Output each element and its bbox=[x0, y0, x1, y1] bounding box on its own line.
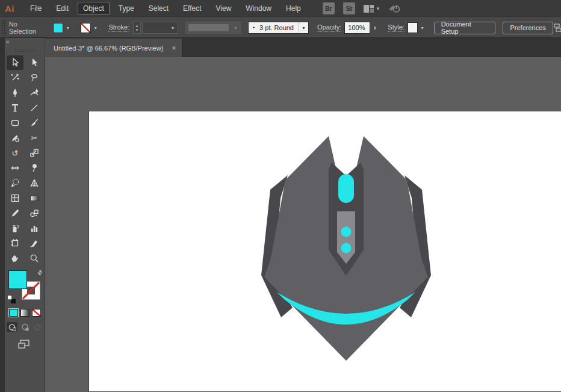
gaming-mouse-artwork[interactable] bbox=[89, 111, 561, 391]
preferences-button[interactable]: Preferences bbox=[503, 22, 553, 34]
symbol-sprayer-tool[interactable] bbox=[7, 221, 23, 235]
chevron-down-icon[interactable]: ▾ bbox=[299, 22, 308, 33]
paintbrush-tool[interactable] bbox=[26, 116, 43, 130]
artboard[interactable] bbox=[89, 111, 561, 391]
menu-object[interactable]: Object bbox=[78, 2, 110, 15]
stroke-dropdown-button[interactable]: ▾ bbox=[91, 23, 100, 33]
mouse-dpi-dot-2[interactable] bbox=[341, 243, 352, 254]
opacity-field[interactable]: 100% bbox=[344, 22, 370, 34]
color-button[interactable] bbox=[9, 309, 18, 317]
selection-arrow-icon bbox=[10, 58, 20, 67]
zoom-tool[interactable] bbox=[26, 251, 43, 266]
shape-builder-tool[interactable] bbox=[7, 176, 23, 190]
type-tool[interactable] bbox=[7, 101, 23, 115]
menu-select[interactable]: Select bbox=[143, 2, 174, 15]
perspective-grid-tool[interactable] bbox=[26, 176, 43, 190]
bridge-icon[interactable]: Br bbox=[323, 2, 335, 14]
blend-tool[interactable] bbox=[26, 206, 43, 220]
fill-dropdown-button[interactable]: ▾ bbox=[63, 23, 72, 33]
rotate-tool[interactable]: ↺ bbox=[7, 146, 23, 160]
magic-wand-tool[interactable] bbox=[7, 70, 23, 85]
stroke-weight-label[interactable]: Stroke: bbox=[108, 23, 129, 32]
fill-color-control[interactable]: ▾ bbox=[53, 23, 72, 33]
document-setup-button[interactable]: Document Setup bbox=[434, 22, 496, 34]
panel-grip-icon[interactable] bbox=[1, 20, 5, 36]
power-performance-icon[interactable] bbox=[388, 4, 401, 13]
close-icon[interactable]: × bbox=[172, 44, 176, 52]
menu-type[interactable]: Type bbox=[113, 2, 140, 15]
menu-file[interactable]: File bbox=[25, 2, 47, 15]
fill-swatch[interactable] bbox=[53, 23, 63, 33]
selection-tool[interactable] bbox=[7, 55, 23, 70]
eyedropper-tool[interactable] bbox=[7, 206, 23, 220]
pen-tool[interactable] bbox=[7, 86, 23, 100]
width-tool[interactable] bbox=[7, 161, 23, 175]
style-dropdown-button[interactable]: ▾ bbox=[418, 23, 426, 33]
shape-builder-icon bbox=[10, 178, 20, 188]
stroke-swatch-none[interactable] bbox=[81, 23, 91, 33]
variable-width-profile-dropdown[interactable]: • 3 pt. Round ▾ bbox=[248, 22, 309, 34]
draw-normal-button[interactable] bbox=[7, 322, 17, 332]
pencil-icon bbox=[10, 133, 20, 143]
menu-edit[interactable]: Edit bbox=[51, 2, 74, 15]
stepper-down-icon[interactable]: ▾ bbox=[136, 28, 138, 32]
mouse-scroll-wheel[interactable] bbox=[338, 174, 354, 203]
bar-chart-icon bbox=[29, 223, 39, 233]
draw-behind-icon bbox=[21, 323, 29, 331]
menu-help[interactable]: Help bbox=[280, 2, 306, 15]
opacity-expand-button[interactable]: › bbox=[370, 22, 379, 34]
gradient-button[interactable] bbox=[20, 309, 29, 317]
mesh-tool[interactable] bbox=[7, 191, 23, 205]
swap-fill-stroke-icon[interactable]: ⇄ bbox=[36, 269, 44, 277]
draw-inside-button[interactable] bbox=[32, 322, 43, 332]
stroke-weight-stepper[interactable]: ▴ ▾ bbox=[133, 22, 141, 34]
hand-tool[interactable] bbox=[7, 251, 23, 266]
menu-effect[interactable]: Effect bbox=[178, 2, 206, 15]
column-graph-tool[interactable] bbox=[26, 221, 43, 235]
direct-selection-tool[interactable] bbox=[26, 55, 43, 70]
document-tab[interactable]: Untitled-3* @ 66.67% (RGB/Preview) × bbox=[45, 39, 182, 57]
knife-icon bbox=[29, 238, 39, 248]
scissors-tool[interactable]: ✂ bbox=[26, 131, 43, 145]
align-panel-cropped-icon[interactable] bbox=[553, 22, 561, 34]
none-button[interactable] bbox=[32, 309, 41, 317]
stock-icon[interactable]: St bbox=[343, 2, 355, 14]
workspace-switcher[interactable]: ▾ bbox=[364, 5, 380, 13]
curvature-tool[interactable] bbox=[26, 86, 43, 100]
canvas-pasteboard[interactable] bbox=[45, 57, 561, 392]
style-swatch[interactable] bbox=[408, 22, 418, 33]
slice-tool[interactable] bbox=[26, 236, 43, 250]
style-label[interactable]: Style: bbox=[388, 23, 404, 32]
line-segment-tool[interactable] bbox=[26, 101, 43, 115]
menu-window[interactable]: Window bbox=[240, 2, 277, 15]
menu-bar: Ai File Edit Object Type Select Effect V… bbox=[0, 0, 561, 17]
gradient-tool[interactable] bbox=[26, 191, 43, 205]
line-icon bbox=[29, 103, 39, 113]
panel-grip-icon[interactable] bbox=[14, 49, 35, 52]
magic-wand-icon bbox=[10, 73, 20, 82]
puppet-warp-tool[interactable] bbox=[26, 161, 43, 175]
change-screen-mode-icon[interactable] bbox=[18, 339, 31, 349]
collapse-panel-icon[interactable]: « bbox=[6, 39, 10, 45]
scale-tool[interactable] bbox=[26, 146, 43, 160]
width-arrows-icon bbox=[10, 163, 20, 173]
default-fill-stroke-icon[interactable] bbox=[7, 295, 16, 304]
fill-color-swatch[interactable] bbox=[8, 270, 27, 289]
stroke-color-control[interactable]: ▾ bbox=[81, 23, 100, 33]
menu-view[interactable]: View bbox=[211, 2, 237, 15]
mouse-dpi-dot-1[interactable] bbox=[341, 227, 352, 237]
shaper-tool[interactable] bbox=[7, 131, 23, 145]
illustrator-window: Ai File Edit Object Type Select Effect V… bbox=[0, 0, 561, 392]
paintbrush-icon bbox=[29, 118, 39, 128]
artboard-tool[interactable] bbox=[7, 236, 23, 250]
opacity-label[interactable]: Opacity: bbox=[317, 23, 341, 32]
stepper-up-icon[interactable]: ▴ bbox=[136, 23, 138, 28]
direct-selection-arrow-icon bbox=[29, 58, 39, 67]
rectangle-tool[interactable] bbox=[7, 116, 23, 130]
draw-behind-button[interactable] bbox=[19, 322, 30, 332]
chevron-down-icon: ▾ bbox=[377, 5, 380, 11]
control-bar: No Selection ▾ ▾ Stroke: ▴ ▾ ▾ ▾ • 3 pt.… bbox=[0, 17, 561, 38]
lasso-tool[interactable] bbox=[26, 70, 43, 85]
stroke-weight-dropdown[interactable]: ▾ bbox=[142, 22, 178, 34]
hand-icon bbox=[10, 254, 20, 263]
